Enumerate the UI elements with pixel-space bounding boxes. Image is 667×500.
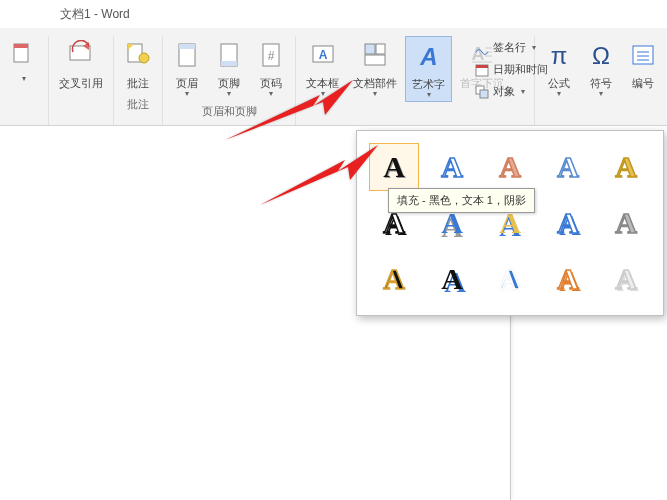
svg-rect-14 <box>376 44 385 54</box>
symbol-button[interactable]: Ω 符号 ▾ <box>581 36 621 100</box>
svg-rect-1 <box>14 44 28 48</box>
wordart-style-14[interactable]: A <box>543 255 593 303</box>
svg-text:A: A <box>318 48 327 62</box>
object-button[interactable]: 对象 ▾ <box>471 82 552 101</box>
chevron-down-icon: ▾ <box>599 89 603 98</box>
chevron-down-icon: ▾ <box>22 74 26 83</box>
svg-text:π: π <box>551 42 568 69</box>
svg-rect-13 <box>365 44 375 54</box>
chevron-down-icon: ▾ <box>185 89 189 98</box>
ribbon-group-comments: 批注 批注 <box>114 36 163 125</box>
svg-rect-8 <box>221 61 237 66</box>
annotation-arrow-1 <box>225 80 355 154</box>
svg-point-4 <box>139 53 149 63</box>
wordart-style-3[interactable]: A <box>485 143 535 191</box>
number-button[interactable]: 编号 <box>623 36 663 100</box>
object-icon <box>475 85 489 99</box>
chevron-down-icon: ▾ <box>532 43 536 52</box>
wordart-style-13[interactable]: A <box>485 255 535 303</box>
wordart-style-2[interactable]: A <box>427 143 477 191</box>
wordart-button[interactable]: A 艺术字 ▾ <box>405 36 452 102</box>
annotation-arrow-2 <box>260 145 380 219</box>
wordart-tooltip: 填充 - 黑色，文本 1，阴影 <box>388 188 535 213</box>
svg-text:A: A <box>419 43 437 70</box>
signature-line-button[interactable]: 签名行 ▾ <box>471 38 552 57</box>
chevron-down-icon: ▾ <box>373 89 377 98</box>
svg-rect-31 <box>480 90 488 98</box>
wordart-style-15[interactable]: A <box>601 255 651 303</box>
page-edge <box>510 308 511 500</box>
calendar-icon <box>475 63 489 77</box>
title-bar: 文档1 - Word <box>0 0 667 28</box>
svg-rect-24 <box>633 46 653 64</box>
wordart-style-5[interactable]: A <box>601 143 651 191</box>
wordart-style-11[interactable]: A <box>369 255 419 303</box>
svg-rect-29 <box>476 65 488 68</box>
wordart-style-12[interactable]: A <box>427 255 477 303</box>
wordart-gallery: AAAAAAAAAAAAAAA <box>356 130 664 316</box>
ribbon-group-nav: ▾ <box>0 36 49 125</box>
ribbon-group-symbols: π 公式 ▾ Ω 符号 ▾ 编号 <box>534 36 667 125</box>
comment-button[interactable]: 批注 <box>118 36 158 93</box>
wordart-style-4[interactable]: A <box>543 143 593 191</box>
ribbon-group-ref: 交叉引用 <box>49 36 114 125</box>
svg-rect-15 <box>365 55 385 65</box>
chevron-down-icon: ▾ <box>557 89 561 98</box>
nav-button[interactable]: ▾ <box>4 36 44 85</box>
svg-text:Ω: Ω <box>592 42 610 69</box>
chevron-down-icon: ▾ <box>521 87 525 96</box>
header-button[interactable]: 页眉 ▾ <box>167 36 207 100</box>
svg-text:#: # <box>268 49 275 63</box>
svg-rect-6 <box>179 44 195 49</box>
date-time-button[interactable]: 日期和时间 <box>471 60 552 79</box>
quick-parts-button[interactable]: 文档部件 ▾ <box>347 36 403 102</box>
chevron-down-icon: ▾ <box>427 90 431 99</box>
signature-icon <box>475 41 489 55</box>
wordart-style-9[interactable]: A <box>543 199 593 247</box>
cross-reference-button[interactable]: 交叉引用 <box>53 36 109 93</box>
text-side-panel: 签名行 ▾ 日期和时间 对象 ▾ <box>471 38 552 101</box>
document-title: 文档1 - Word <box>60 6 130 23</box>
wordart-style-10[interactable]: A <box>601 199 651 247</box>
